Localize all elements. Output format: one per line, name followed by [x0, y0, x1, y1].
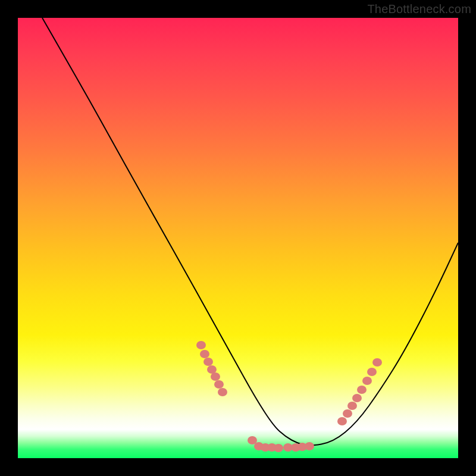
plot-area — [18, 18, 458, 458]
marker-dot — [372, 358, 382, 367]
marker-dot — [200, 350, 209, 358]
marker-dot — [207, 365, 217, 374]
marker-dot — [305, 442, 314, 450]
marker-dot — [214, 380, 224, 389]
marker-dot — [203, 358, 213, 366]
marker-dot — [367, 368, 377, 376]
plot-svg — [18, 18, 458, 458]
chart-stage: TheBottleneck.com — [0, 0, 476, 476]
marker-dot — [218, 388, 227, 396]
marker-dot — [352, 394, 362, 402]
marker-dot — [337, 417, 347, 425]
marker-dot — [347, 402, 357, 410]
marker-dot — [274, 444, 283, 452]
marker-dot — [357, 386, 367, 394]
marker-dot — [211, 372, 220, 381]
marker-dot — [343, 409, 352, 418]
attribution-label: TheBottleneck.com — [367, 2, 471, 16]
marker-dot — [196, 341, 206, 349]
curve-path — [42, 18, 458, 446]
marker-dot — [362, 377, 372, 385]
